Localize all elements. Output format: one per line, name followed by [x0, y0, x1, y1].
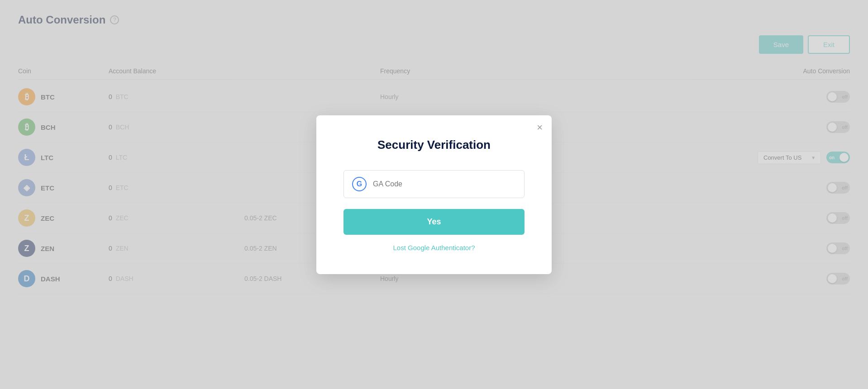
modal-overlay: × Security Verification G Yes Lost Googl…: [0, 0, 868, 389]
ga-code-input[interactable]: [373, 180, 516, 188]
google-authenticator-icon: G: [352, 177, 367, 191]
lost-authenticator-link[interactable]: Lost Google Authenticator?: [343, 244, 525, 251]
security-verification-modal: × Security Verification G Yes Lost Googl…: [316, 115, 552, 274]
yes-button[interactable]: Yes: [343, 209, 525, 235]
ga-input-wrapper: G: [343, 170, 525, 198]
modal-close-button[interactable]: ×: [537, 123, 543, 133]
modal-title: Security Verification: [343, 138, 525, 152]
